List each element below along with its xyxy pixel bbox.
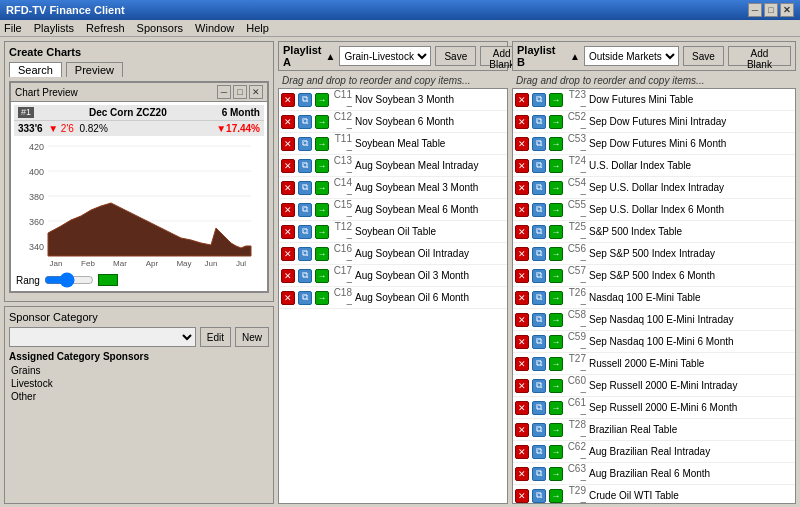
copy-icon[interactable]: ⧉ (532, 137, 546, 151)
remove-icon[interactable]: ✕ (515, 203, 529, 217)
move-icon[interactable]: → (549, 379, 563, 393)
remove-icon[interactable]: ✕ (515, 445, 529, 459)
move-icon[interactable]: → (315, 225, 329, 239)
range-slider[interactable] (44, 274, 94, 286)
copy-icon[interactable]: ⧉ (532, 247, 546, 261)
remove-icon[interactable]: ✕ (281, 247, 295, 261)
remove-icon[interactable]: ✕ (515, 467, 529, 481)
remove-icon[interactable]: ✕ (515, 379, 529, 393)
menu-playlists[interactable]: Playlists (34, 22, 74, 34)
search-tab[interactable]: Search (9, 62, 62, 77)
category-grains[interactable]: Grains (9, 364, 269, 377)
chart-maximize-btn[interactable]: □ (233, 85, 247, 99)
remove-icon[interactable]: ✕ (281, 203, 295, 217)
move-icon[interactable]: → (549, 291, 563, 305)
copy-icon[interactable]: ⧉ (532, 489, 546, 503)
copy-icon[interactable]: ⧉ (298, 93, 312, 107)
copy-icon[interactable]: ⧉ (532, 115, 546, 129)
new-button[interactable]: New (235, 327, 269, 347)
copy-icon[interactable]: ⧉ (298, 225, 312, 239)
maximize-button[interactable]: □ (764, 3, 778, 17)
copy-icon[interactable]: ⧉ (298, 115, 312, 129)
move-icon[interactable]: → (549, 401, 563, 415)
chart-minimize-btn[interactable]: ─ (217, 85, 231, 99)
move-icon[interactable]: → (549, 357, 563, 371)
playlist-b-add-blank[interactable]: Add Blank (728, 46, 791, 66)
move-icon[interactable]: → (549, 115, 563, 129)
remove-icon[interactable]: ✕ (281, 225, 295, 239)
copy-icon[interactable]: ⧉ (532, 401, 546, 415)
remove-icon[interactable]: ✕ (515, 269, 529, 283)
remove-icon[interactable]: ✕ (281, 93, 295, 107)
copy-icon[interactable]: ⧉ (532, 467, 546, 481)
remove-icon[interactable]: ✕ (515, 115, 529, 129)
remove-icon[interactable]: ✕ (281, 181, 295, 195)
remove-icon[interactable]: ✕ (515, 335, 529, 349)
remove-icon[interactable]: ✕ (515, 291, 529, 305)
sponsor-select[interactable] (9, 327, 196, 347)
move-icon[interactable]: → (549, 159, 563, 173)
category-other[interactable]: Other (9, 390, 269, 403)
copy-icon[interactable]: ⧉ (298, 291, 312, 305)
playlist-a-name-select[interactable]: Grain-Livestock (339, 46, 431, 66)
copy-icon[interactable]: ⧉ (532, 357, 546, 371)
move-icon[interactable]: → (549, 181, 563, 195)
move-icon[interactable]: → (549, 269, 563, 283)
menu-refresh[interactable]: Refresh (86, 22, 125, 34)
copy-icon[interactable]: ⧉ (532, 313, 546, 327)
move-icon[interactable]: → (549, 247, 563, 261)
menu-file[interactable]: File (4, 22, 22, 34)
remove-icon[interactable]: ✕ (515, 159, 529, 173)
move-icon[interactable]: → (549, 137, 563, 151)
move-icon[interactable]: → (549, 445, 563, 459)
remove-icon[interactable]: ✕ (515, 313, 529, 327)
copy-icon[interactable]: ⧉ (298, 159, 312, 173)
edit-button[interactable]: Edit (200, 327, 231, 347)
copy-icon[interactable]: ⧉ (532, 379, 546, 393)
menu-sponsors[interactable]: Sponsors (137, 22, 183, 34)
chart-close-btn[interactable]: ✕ (249, 85, 263, 99)
remove-icon[interactable]: ✕ (281, 115, 295, 129)
remove-icon[interactable]: ✕ (515, 137, 529, 151)
remove-icon[interactable]: ✕ (515, 247, 529, 261)
copy-icon[interactable]: ⧉ (298, 137, 312, 151)
move-icon[interactable]: → (549, 203, 563, 217)
copy-icon[interactable]: ⧉ (532, 181, 546, 195)
copy-icon[interactable]: ⧉ (532, 93, 546, 107)
remove-icon[interactable]: ✕ (281, 291, 295, 305)
playlist-a-save[interactable]: Save (435, 46, 476, 66)
move-icon[interactable]: → (549, 467, 563, 481)
copy-icon[interactable]: ⧉ (532, 423, 546, 437)
move-icon[interactable]: → (549, 489, 563, 503)
copy-icon[interactable]: ⧉ (532, 203, 546, 217)
remove-icon[interactable]: ✕ (515, 225, 529, 239)
remove-icon[interactable]: ✕ (515, 423, 529, 437)
close-button[interactable]: ✕ (780, 3, 794, 17)
remove-icon[interactable]: ✕ (515, 181, 529, 195)
preview-tab[interactable]: Preview (66, 62, 123, 77)
copy-icon[interactable]: ⧉ (532, 159, 546, 173)
category-livestock[interactable]: Livestock (9, 377, 269, 390)
remove-icon[interactable]: ✕ (515, 93, 529, 107)
move-icon[interactable]: → (315, 159, 329, 173)
copy-icon[interactable]: ⧉ (532, 291, 546, 305)
copy-icon[interactable]: ⧉ (298, 247, 312, 261)
move-icon[interactable]: → (315, 291, 329, 305)
copy-icon[interactable]: ⧉ (298, 269, 312, 283)
copy-icon[interactable]: ⧉ (298, 203, 312, 217)
menu-help[interactable]: Help (246, 22, 269, 34)
move-icon[interactable]: → (549, 423, 563, 437)
copy-icon[interactable]: ⧉ (532, 225, 546, 239)
remove-icon[interactable]: ✕ (281, 137, 295, 151)
copy-icon[interactable]: ⧉ (532, 335, 546, 349)
move-icon[interactable]: → (549, 93, 563, 107)
move-icon[interactable]: → (315, 115, 329, 129)
move-icon[interactable]: → (315, 137, 329, 151)
remove-icon[interactable]: ✕ (281, 159, 295, 173)
move-icon[interactable]: → (549, 225, 563, 239)
remove-icon[interactable]: ✕ (515, 401, 529, 415)
move-icon[interactable]: → (315, 203, 329, 217)
playlist-b-save[interactable]: Save (683, 46, 724, 66)
move-icon[interactable]: → (549, 313, 563, 327)
minimize-button[interactable]: ─ (748, 3, 762, 17)
